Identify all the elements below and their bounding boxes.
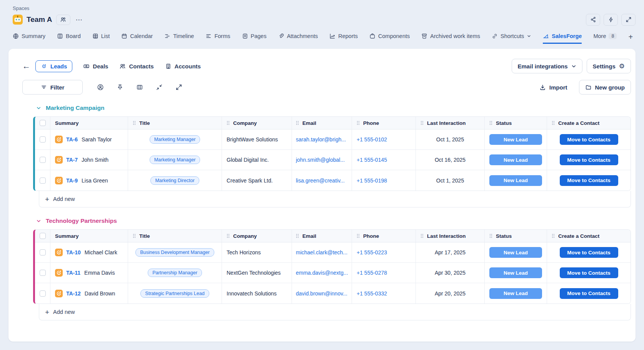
last-interaction-cell[interactable]: Apr 17, 2025 [435,249,465,255]
company-cell[interactable]: Creative Spark Ltd. [227,177,273,184]
row-checkbox[interactable] [40,157,46,163]
company-cell[interactable]: Global Digital Inc. [227,157,269,163]
members-button[interactable] [56,15,70,25]
row-checkbox[interactable] [40,270,46,276]
tab-summary[interactable]: Summary [13,30,45,44]
lead-name[interactable]: Lisa Green [82,177,108,184]
lead-name[interactable]: Michael Clark [85,249,117,255]
drag-handle-icon[interactable] [357,234,360,238]
phone-link[interactable]: +1 555-0278 [357,270,387,276]
phone-link[interactable]: +1 555-0198 [357,177,387,184]
lead-name[interactable]: David Brown [85,290,115,297]
phone-link[interactable]: +1 555-0223 [357,249,387,255]
status-button[interactable]: New Lead [489,247,542,258]
more-options-button[interactable]: ⋯ [74,16,84,24]
drag-handle-icon[interactable] [227,234,230,238]
tab-board[interactable]: Board [57,30,81,44]
last-interaction-cell[interactable]: Oct 1, 2025 [436,136,464,143]
email-link[interactable]: john.smith@global... [296,157,345,163]
company-cell[interactable]: BrightWave Solutions [227,136,278,143]
drag-handle-icon[interactable] [296,121,299,125]
company-cell[interactable]: NextGen Technologies [227,270,281,276]
tab-shortcuts[interactable]: Shortcuts [492,30,531,44]
email-link[interactable]: lisa.green@creativ... [296,177,345,184]
drag-handle-icon[interactable] [489,121,492,125]
new-group-button[interactable]: New group [579,80,631,95]
columns-button[interactable] [136,84,143,91]
tab-archived-work-items[interactable]: Archived work items [421,30,480,44]
work-item-id[interactable]: TA-12 [66,290,81,297]
company-cell[interactable]: Innovatech Solutions [227,290,277,297]
select-all-checkbox[interactable] [40,120,46,126]
last-interaction-cell[interactable]: Apr 30, 2025 [435,270,465,276]
tab-timeline[interactable]: Timeline [164,30,194,44]
move-to-contacts-button[interactable]: Move to Contacts [560,175,618,186]
move-to-contacts-button[interactable]: Move to Contacts [560,267,618,278]
group-header[interactable]: Marketing Campaign [36,105,631,111]
view-tab-accounts[interactable]: Accounts [165,60,201,72]
status-button[interactable]: New Lead [489,154,542,165]
filter-button[interactable]: Filter [22,80,83,95]
move-to-contacts-button[interactable]: Move to Contacts [560,288,618,299]
work-item-id[interactable]: TA-7 [66,157,78,163]
move-to-contacts-button[interactable]: Move to Contacts [560,154,618,165]
job-title-badge[interactable]: Marketing Manager [150,156,200,164]
last-interaction-cell[interactable]: Oct 1, 2025 [436,177,464,184]
drag-handle-icon[interactable] [552,121,555,125]
job-title-badge[interactable]: Business Development Manager [135,248,214,257]
fullscreen-button[interactable] [621,14,636,26]
tab-calendar[interactable]: Calendar [121,30,153,44]
last-interaction-cell[interactable]: Oct 16, 2025 [435,157,465,163]
lead-name[interactable]: Sarah Taylor [82,136,112,143]
tab-more[interactable]: More 8 [593,30,617,44]
status-button[interactable]: New Lead [489,267,542,278]
work-item-id[interactable]: TA-6 [66,136,78,143]
status-button[interactable]: New Lead [489,175,542,186]
add-new-row-button[interactable]: + Add new [39,191,631,207]
drag-handle-icon[interactable] [357,121,360,125]
tab-salesforge[interactable]: SalesForge [543,30,582,44]
view-tab-deals[interactable]: Deals [83,60,108,72]
add-new-row-button[interactable]: + Add new [39,304,631,320]
move-to-contacts-button[interactable]: Move to Contacts [560,134,618,145]
drag-handle-icon[interactable] [552,234,555,238]
tab-components[interactable]: Components [369,30,410,44]
status-button[interactable]: New Lead [489,288,542,299]
pin-button[interactable] [117,84,123,91]
status-button[interactable]: New Lead [489,134,542,145]
assignee-display-button[interactable] [97,84,104,91]
drag-handle-icon[interactable] [296,234,299,238]
phone-link[interactable]: +1 555-0145 [357,157,387,163]
email-link[interactable]: sarah.taylor@brigh... [296,136,346,143]
drag-handle-icon[interactable] [133,121,136,125]
job-title-badge[interactable]: Marketing Manager [150,135,200,144]
work-item-id[interactable]: TA-10 [66,249,81,255]
email-link[interactable]: emma.davis@nextg... [296,270,348,276]
tab-attachments[interactable]: Attachments [278,30,318,44]
job-title-badge[interactable]: Partnership Manager [148,269,202,277]
expand-button[interactable] [175,84,182,91]
import-button[interactable]: Import [537,84,570,91]
automation-button[interactable] [604,14,618,26]
view-tab-leads[interactable]: Leads [35,60,72,72]
share-button[interactable] [586,14,600,26]
email-link[interactable]: david.brown@innov... [296,290,347,297]
job-title-badge[interactable]: Marketing Director [150,176,199,185]
lead-name[interactable]: Emma Davis [84,270,115,276]
row-checkbox[interactable] [40,177,46,184]
row-checkbox[interactable] [40,136,46,143]
lead-name[interactable]: John Smith [82,157,108,163]
view-tab-contacts[interactable]: Contacts [119,60,154,72]
tab-forms[interactable]: Forms [205,30,230,44]
tab-pages[interactable]: Pages [242,30,267,44]
last-interaction-cell[interactable]: Apr 20, 2025 [435,290,465,297]
tab-reports[interactable]: Reports [329,30,358,44]
move-to-contacts-button[interactable]: Move to Contacts [560,247,618,258]
back-button[interactable]: ← [22,61,34,71]
collapse-button[interactable] [156,84,163,91]
phone-link[interactable]: +1 555-0332 [357,290,387,297]
drag-handle-icon[interactable] [420,121,424,125]
settings-button[interactable]: Settings ⚙ [587,59,631,73]
drag-handle-icon[interactable] [489,234,492,238]
drag-handle-icon[interactable] [133,234,136,238]
